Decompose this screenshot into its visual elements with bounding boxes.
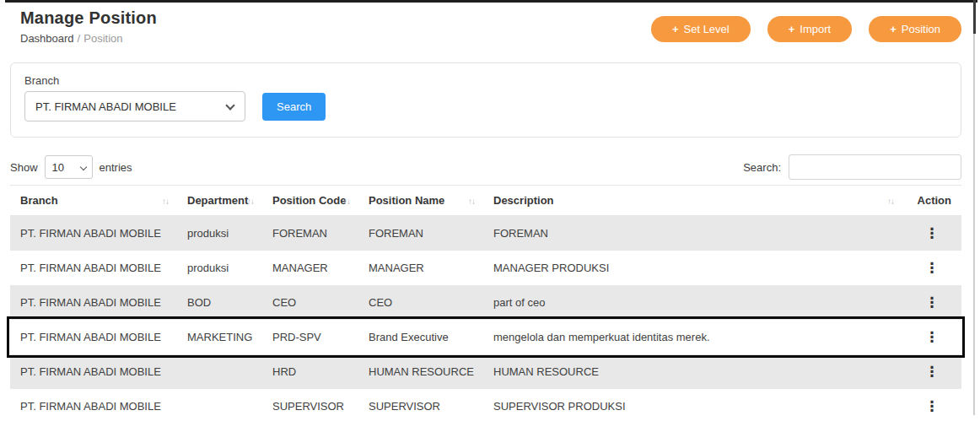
page-header: Manage Position Dashboard/Position +Set … [10,7,961,45]
page-title: Manage Position [20,8,157,28]
table-controls: Show 10 entries Search: [10,154,961,185]
branch-filter-card: Branch PT. FIRMAN ABADI MOBILE Search [10,62,961,138]
cell-branch: PT. FIRMAN ABADI MOBILE [10,389,177,424]
table-search-label: Search: [743,161,781,174]
cell-description: FOREMAN [483,216,902,251]
cell-description: SUPERVISOR PRODUKSI [483,389,902,424]
plus-icon: + [890,23,897,35]
table-row: PT. FIRMAN ABADI MOBILE produksi MANAGER… [10,251,961,285]
table-search-group: Search: [743,154,961,180]
cell-branch: PT. FIRMAN ABADI MOBILE [10,251,177,285]
scrollbar-thumb[interactable] [973,0,976,34]
cell-description: part of ceo [483,285,902,320]
cell-department [177,389,262,424]
table-search-input[interactable] [789,154,961,180]
cell-branch: PT. FIRMAN ABADI MOBILE [10,285,177,320]
row-actions-menu-icon[interactable]: ⋮ [917,397,948,416]
sort-icon: ↑↓ [343,197,350,206]
cell-position-name: CEO [358,285,483,320]
branch-filter-row: PT. FIRMAN ABADI MOBILE Search [24,91,947,122]
cell-position-name: FOREMAN [358,216,483,251]
sort-icon: ↑↓ [247,197,254,206]
window-top-border [5,0,977,3]
table-row: PT. FIRMAN ABADI MOBILE HRD HUMAN RESOUR… [10,354,961,389]
cell-position-code: HRD [262,354,358,389]
sort-icon: ↑↓ [162,197,169,206]
column-header-action: Action [902,186,961,216]
cell-description: MANAGER PRODUKSI [483,251,902,285]
table-row: PT. FIRMAN ABADI MOBILE produksi FOREMAN… [10,216,961,251]
cell-department: MARKETING [177,320,262,354]
breadcrumb-separator: / [78,32,81,45]
cell-branch: PT. FIRMAN ABADI MOBILE [10,320,177,354]
column-header-department[interactable]: Department↑↓ [177,186,262,216]
breadcrumb-dashboard[interactable]: Dashboard [20,32,74,45]
show-entries-group: Show 10 entries [10,155,132,179]
cell-position-code: SUPERVISOR [262,389,358,424]
cell-branch: PT. FIRMAN ABADI MOBILE [10,216,177,251]
row-actions-menu-icon[interactable]: ⋮ [917,293,948,312]
page: Manage Position Dashboard/Position +Set … [0,0,980,424]
plus-icon: + [672,23,679,35]
import-button[interactable]: +Import [767,16,852,42]
cell-position-name: MANAGER [358,251,483,285]
entries-label: entries [100,161,132,174]
breadcrumb: Dashboard/Position [20,32,157,45]
cell-department [177,354,262,389]
table-header-row: Branch↑↓ Department↑↓ Position Code↑↓ Po… [10,186,961,216]
column-header-position-code[interactable]: Position Code↑↓ [262,186,358,216]
sort-icon: ↑↓ [887,197,894,206]
row-actions-menu-icon[interactable]: ⋮ [917,258,948,278]
cell-department: BOD [177,285,262,320]
cell-position-code: PRD-SPV [262,320,358,354]
table-row: PT. FIRMAN ABADI MOBILE SUPERVISOR SUPER… [10,389,961,424]
cell-description: HUMAN RESOURCE [483,354,902,389]
cell-position-name: SUPERVISOR [358,389,483,424]
row-actions-menu-icon[interactable]: ⋮ [917,327,948,347]
cell-position-code: MANAGER [262,251,358,285]
cell-position-code: CEO [262,285,358,320]
table-row: PT. FIRMAN ABADI MOBILE BOD CEO CEO part… [10,285,961,320]
entries-select[interactable]: 10 [45,155,93,179]
branch-select-wrap: PT. FIRMAN ABADI MOBILE [24,91,245,122]
row-actions-menu-icon[interactable]: ⋮ [917,362,948,381]
add-position-button[interactable]: +Position [869,16,961,42]
cell-position-name: Brand Executive [358,320,483,354]
positions-table: Branch↑↓ Department↑↓ Position Code↑↓ Po… [10,185,961,424]
branch-select[interactable]: PT. FIRMAN ABADI MOBILE [24,91,245,122]
search-button[interactable]: Search [262,93,326,121]
cell-department: produksi [177,251,262,285]
header-actions: +Set Level +Import +Position [651,16,961,42]
column-header-branch[interactable]: Branch↑↓ [10,186,177,216]
title-block: Manage Position Dashboard/Position [10,7,157,45]
scrollbar-track [973,34,975,415]
set-level-button[interactable]: +Set Level [651,16,751,42]
table-row-highlighted: PT. FIRMAN ABADI MOBILE MARKETING PRD-SP… [10,320,961,354]
show-label: Show [10,161,38,174]
column-header-position-name[interactable]: Position Name↑↓ [358,186,483,216]
cell-branch: PT. FIRMAN ABADI MOBILE [10,354,177,389]
sort-icon: ↑↓ [468,197,475,206]
cell-position-code: FOREMAN [262,216,358,251]
cell-description: mengelola dan memperkuat identitas merek… [483,320,902,354]
branch-label: Branch [24,74,947,87]
breadcrumb-position: Position [83,32,122,45]
cell-department: produksi [177,216,262,251]
column-header-description[interactable]: Description↑↓ [483,186,902,216]
entries-select-wrap: 10 [45,155,93,179]
row-actions-menu-icon[interactable]: ⋮ [917,224,948,243]
cell-position-name: HUMAN RESOURCE [358,354,483,389]
plus-icon: + [789,23,795,35]
